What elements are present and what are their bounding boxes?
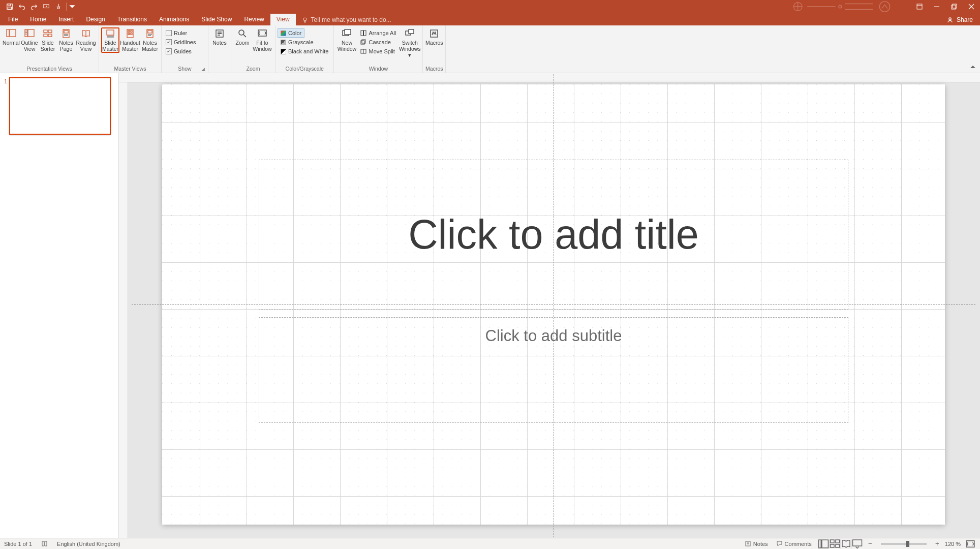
slide-canvas[interactable]: Click to add title Click to add subtitle — [162, 84, 945, 525]
svg-rect-19 — [48, 34, 52, 37]
color-button[interactable]: Color — [278, 28, 304, 38]
zoom-button[interactable]: Zoom — [233, 27, 252, 52]
reading-view-button[interactable]: ReadingView — [75, 27, 97, 52]
chevron-down-icon — [69, 3, 76, 10]
svg-rect-46 — [830, 540, 834, 543]
slide-thumbnail-1[interactable] — [9, 77, 111, 135]
tab-transitions[interactable]: Transitions — [111, 14, 153, 25]
tab-view[interactable]: View — [270, 14, 296, 25]
color-swatch-icon — [281, 30, 286, 36]
slide-sorter-status-button[interactable] — [829, 539, 840, 548]
start-from-beginning-button[interactable] — [41, 1, 52, 12]
new-window-icon — [342, 28, 352, 39]
normal-view-icon — [6, 28, 16, 39]
share-label: Share — [957, 16, 973, 23]
window-controls — [911, 0, 980, 13]
maximize-button[interactable] — [945, 0, 963, 13]
reading-view-status-button[interactable] — [840, 539, 851, 548]
new-window-button[interactable]: NewWindow — [336, 27, 357, 52]
notes-toggle-button[interactable]: Notes — [743, 540, 770, 547]
svg-rect-22 — [107, 30, 114, 35]
presentation-icon — [43, 3, 50, 10]
tab-animations[interactable]: Animations — [153, 14, 195, 25]
notes-icon — [215, 28, 225, 39]
undo-button[interactable] — [16, 1, 27, 12]
zoom-out-button[interactable]: − — [867, 540, 874, 547]
slide-sorter-icon — [43, 28, 53, 39]
share-button[interactable]: Share — [939, 16, 980, 25]
switch-windows-button[interactable]: SwitchWindows ▾ — [399, 27, 420, 58]
slide-counter: Slide 1 of 1 — [4, 541, 32, 547]
reading-view-icon — [81, 28, 91, 39]
notes-master-button[interactable]: NotesMaster — [141, 27, 159, 52]
group-label: Zoom — [231, 66, 275, 73]
lightbulb-icon — [302, 17, 308, 23]
customize-qat-button[interactable] — [69, 1, 76, 12]
slide-master-button[interactable]: SlideMaster — [101, 27, 119, 53]
touch-mouse-mode-button[interactable] — [53, 1, 64, 12]
notes-button[interactable]: Notes — [210, 27, 229, 52]
macros-button[interactable]: Macros — [425, 27, 443, 52]
close-button[interactable] — [963, 0, 980, 13]
guides-checkbox[interactable]: ✓Guides — [164, 47, 194, 56]
redo-icon — [30, 3, 38, 10]
spell-check-button[interactable] — [39, 540, 50, 547]
handout-master-button[interactable]: HandoutMaster — [119, 27, 141, 52]
notes-page-button[interactable]: NotesPage — [57, 27, 75, 52]
redo-button[interactable] — [28, 1, 40, 12]
save-button[interactable] — [4, 1, 15, 12]
slide-sorter-button[interactable]: SlideSorter — [39, 27, 57, 52]
collapse-ribbon-button[interactable] — [970, 65, 976, 71]
grayscale-button[interactable]: Grayscale — [278, 38, 317, 47]
ribbon-display-options-button[interactable] — [911, 0, 928, 13]
tab-review[interactable]: Review — [238, 14, 270, 25]
cascade-icon — [360, 39, 366, 45]
svg-rect-27 — [131, 33, 132, 35]
fit-icon — [965, 538, 976, 550]
arrange-all-button[interactable]: Arrange All — [357, 28, 399, 38]
gridlines-checkbox[interactable]: ✓Gridlines — [164, 38, 198, 47]
tab-home[interactable]: Home — [24, 14, 52, 25]
fit-to-window-status-button[interactable] — [965, 539, 976, 548]
group-label: Window — [334, 66, 422, 73]
ruler-checkbox[interactable]: Ruler — [164, 28, 189, 38]
black-white-button[interactable]: Black and White — [278, 47, 331, 56]
svg-rect-25 — [131, 30, 132, 32]
title-placeholder[interactable]: Click to add title — [259, 160, 848, 310]
svg-rect-7 — [917, 4, 922, 9]
svg-rect-38 — [362, 40, 365, 43]
group-label: Master Views — [99, 66, 161, 73]
close-icon — [968, 4, 974, 10]
normal-view-status-button[interactable] — [818, 539, 829, 548]
zoom-in-button[interactable]: + — [934, 540, 941, 547]
slideshow-status-button[interactable] — [851, 539, 863, 548]
svg-rect-49 — [836, 544, 840, 547]
tab-design[interactable]: Design — [80, 14, 111, 25]
tab-insert[interactable]: Insert — [52, 14, 80, 25]
tell-me-search[interactable]: Tell me what you want to do... — [296, 16, 397, 25]
macros-icon — [429, 28, 439, 39]
tab-file[interactable]: File — [2, 14, 24, 25]
comments-toggle-button[interactable]: Comments — [774, 540, 814, 547]
thumbnails-pane[interactable]: 1 — [0, 73, 119, 538]
tab-slideshow[interactable]: Slide Show — [195, 14, 238, 25]
zoom-slider[interactable] — [881, 543, 927, 545]
group-macros: Macros Macros — [423, 25, 446, 73]
zoom-level[interactable]: 120 % — [945, 541, 961, 547]
subtitle-placeholder[interactable]: Click to add subtitle — [259, 317, 848, 423]
normal-view-button[interactable]: Normal — [2, 27, 20, 52]
outline-view-button[interactable]: OutlineView — [20, 27, 39, 52]
ribbon-options-icon — [916, 4, 923, 10]
svg-rect-32 — [258, 30, 266, 36]
minimize-button[interactable] — [928, 0, 945, 13]
cascade-button[interactable]: Cascade — [357, 38, 399, 47]
zoom-handle[interactable] — [906, 541, 909, 547]
zoom-icon — [237, 28, 248, 39]
ribbon-tabs: File Home Insert Design Transitions Anim… — [0, 13, 980, 25]
language-button[interactable]: English (United Kingdom) — [57, 541, 120, 547]
move-split-button[interactable]: Move Split — [357, 47, 399, 56]
fit-to-window-button[interactable]: Fit toWindow — [252, 27, 273, 52]
show-dialog-launcher[interactable]: ◢ — [201, 67, 206, 72]
notes-icon — [745, 540, 751, 547]
svg-point-5 — [839, 5, 842, 8]
